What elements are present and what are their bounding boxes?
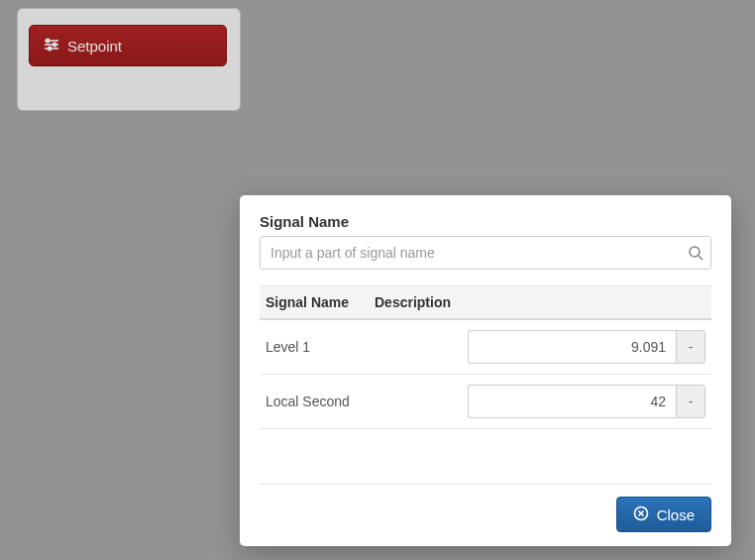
signal-modal: Signal Name Signal Name Description Leve… <box>240 195 731 546</box>
close-button[interactable]: Close <box>616 497 711 532</box>
signal-name-cell: Local Second <box>260 375 369 429</box>
unit-box: - <box>676 330 705 364</box>
col-description: Description <box>369 286 458 320</box>
svg-point-6 <box>690 247 700 257</box>
close-button-label: Close <box>657 506 695 523</box>
col-signal-name: Signal Name <box>260 286 369 320</box>
search-icon[interactable] <box>688 245 703 261</box>
signal-name-cell: Level 1 <box>260 319 369 375</box>
table-row: Local Second - <box>260 375 711 429</box>
table-row: Level 1 - <box>260 319 711 375</box>
signal-value-input[interactable] <box>468 330 676 364</box>
modal-footer: Close <box>260 484 711 532</box>
signals-table: Signal Name Description Level 1 - Local … <box>260 285 711 429</box>
close-icon <box>633 505 649 524</box>
signal-value-input[interactable] <box>468 385 676 418</box>
unit-box: - <box>676 385 705 418</box>
value-cell: - <box>458 319 711 375</box>
signal-search-input[interactable] <box>260 236 711 270</box>
svg-line-7 <box>699 256 702 260</box>
value-cell: - <box>458 375 711 429</box>
signal-search-wrap <box>260 236 711 270</box>
description-cell <box>369 375 458 429</box>
col-value <box>458 286 711 320</box>
description-cell <box>369 319 458 375</box>
signal-name-label: Signal Name <box>260 213 711 230</box>
